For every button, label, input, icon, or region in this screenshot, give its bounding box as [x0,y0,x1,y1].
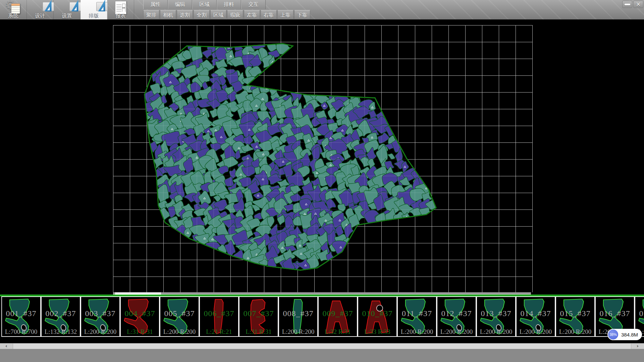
tool-button-row: 聚排相机选割全割区域瑕疵左靠右靠上靠下靠 [143,10,310,19]
thumbnail-piece[interactable]: 013_#37L:200 R:200 [476,296,516,337]
status-bar [0,349,644,362]
memory-badge[interactable]: 38% 384.8M [608,329,642,340]
minimize-button[interactable] [622,1,632,8]
menu-tab[interactable]: 区域 [192,0,217,9]
thumbnail-piece[interactable]: 006_#37L:21 R:21 [199,296,239,337]
application-window: ⚙ 系统 设计 设置 [0,0,644,362]
thumbnail-strip: 001_#37L:700 R:700002_#37L:132 R:132003_… [0,296,644,338]
menu-tab[interactable]: 属性 [143,0,168,9]
canvas-scrollbar-track[interactable] [113,292,531,295]
thumbnail-piece[interactable]: 015_#37L:200 R:200 [555,296,595,337]
scroll-left-arrow-icon[interactable]: ‹ [0,344,13,349]
menu-tab[interactable]: 交互 [241,0,266,9]
design-button-label: 设计 [27,13,53,19]
minimize-icon [625,4,630,5]
close-button[interactable]: ✕ [633,1,643,8]
thumbnail-piece[interactable]: 011_#37L:200 R:200 [397,296,437,337]
thumbnail-piece[interactable]: 014_#37L:200 R:200 [516,296,555,337]
thumbnail-piece[interactable]: 003_#37L:200 R:200 [80,296,120,337]
nesting-canvas-svg [0,19,644,292]
thumbnail-piece[interactable]: 009_#37L:32 R:31 [318,296,358,337]
tool-button[interactable]: 瑕疵 [227,10,243,19]
thumbnail-piece[interactable]: 008_#37L:200 R:200 [278,296,318,337]
window-controls: ✕ [622,1,643,8]
report-icon [113,1,128,14]
report-button[interactable]: 报表 [107,0,134,19]
memory-size-label: 384.8M [621,332,638,338]
tool-button[interactable]: 聚排 [143,10,159,19]
gear-grid-icon: ⚙ [6,1,21,14]
scroll-right-arrow-icon[interactable]: › [631,344,644,349]
thumbnail-piece[interactable]: 004_#37L:31 R:31 [120,296,160,337]
layout-button-label: 排版 [80,13,107,19]
tool-button[interactable]: 右靠 [261,10,277,19]
horizontal-scrollbar[interactable]: ‹ › [0,343,644,349]
canvas-scrollbar [0,292,644,295]
thumbnail-piece[interactable]: 010_#37L:33 R:33 [358,296,397,337]
design-button[interactable]: 设计 [27,0,54,19]
canvas-scrollbar-thumb[interactable] [115,292,161,295]
settings-button[interactable]: 设置 [54,0,80,19]
tool-button[interactable]: 下靠 [294,10,310,19]
tool-button[interactable]: 选割 [177,10,193,19]
memory-percent-badge: 38% [607,329,619,340]
thumbnail-piece[interactable]: 005_#37L:200 R:200 [160,296,199,337]
thumbnail-piece[interactable]: 001_#37L:700 R:700 [1,296,41,337]
menu-tab[interactable]: 编辑 [168,0,192,9]
report-button-label: 报表 [107,13,134,19]
tool-button[interactable]: 区域 [210,10,226,19]
layout-button[interactable]: 排版 [80,0,107,19]
system-button-label: 系统 [0,13,26,19]
menu-tab[interactable]: 排料 [217,0,241,9]
menu-tab-row: 属性编辑区域排料交互 [143,0,266,9]
tool-button[interactable]: 全割 [194,10,210,19]
thumbnail-piece[interactable]: 007_#37L:31 R:31 [239,296,278,337]
thumbnail-piece[interactable]: 012_#37L:200 R:200 [437,296,476,337]
settings-button-label: 设置 [54,13,80,19]
close-icon: ✕ [636,2,641,7]
system-button[interactable]: ⚙ 系统 [0,0,27,19]
main-button-bar: ⚙ 系统 设计 设置 [0,0,134,19]
tool-button[interactable]: 上靠 [277,10,293,19]
top-toolbar: ⚙ 系统 设计 设置 [0,0,644,19]
tool-button[interactable]: 相机 [160,10,176,19]
tool-button[interactable]: 左靠 [244,10,260,19]
thumbnail-piece[interactable]: 002_#37L:132 R:132 [41,296,80,337]
nesting-canvas[interactable] [0,19,644,292]
